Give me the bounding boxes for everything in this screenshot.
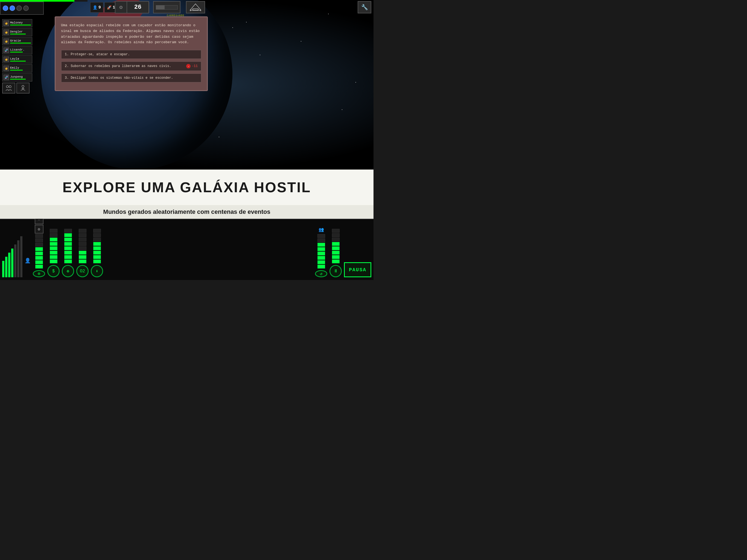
medbay-seg-5 [79,242,86,246]
crew-avatar-maloney: 🧑 [4,21,9,26]
right-seg-2 [317,260,325,264]
engines-seg-1 [50,259,57,263]
event-option-3[interactable]: 3. Desligar todos os sistemas não-vitais… [61,73,202,82]
medbay-seg-6 [79,238,86,241]
engines-system: $ [47,219,60,277]
event-description: Uma estação espacial rebelde com um caça… [61,23,202,45]
oxygen-seg-3 [93,251,101,255]
speed-line-3 [8,253,10,277]
crew-health-junpeng [10,79,26,80]
engines-button[interactable]: $ [47,265,60,277]
right-bar-stack-2 [332,229,340,263]
wrench-icon: 🔧 [361,4,368,11]
wrench-button[interactable]: 🔧 [358,1,371,14]
energy-fill [156,5,164,9]
weapons-seg-4 [64,246,72,250]
engines-seg-3 [50,251,57,255]
engines-seg-2 [50,255,57,259]
teleport-button[interactable]: ↺ [315,270,327,277]
energy-bar [156,5,178,9]
crew-action-individual[interactable] [17,82,29,94]
svg-point-6 [22,85,24,87]
star [260,55,260,55]
right-seg-1 [317,265,325,269]
crew-member-dengler[interactable]: 🧑 Dengler [2,28,32,36]
oxygen-seg-1 [93,259,101,263]
cost-value: -11 [192,64,198,68]
oxygen-button[interactable]: ⬇ [91,265,103,277]
engines-seg-5 [50,242,57,246]
crew-action-group[interactable] [2,82,15,94]
crew-avatar-layla: 🧑 [4,57,9,62]
crew-icon: 👤 [93,5,97,10]
star [232,27,233,28]
star [356,82,356,82]
right-seg-2-1 [332,259,340,263]
option-2-cost: ✦ -11 [186,64,198,68]
star [246,22,247,22]
crew-avatar-junpeng: 🧬 [4,75,9,80]
medbay-seg-4 [79,246,86,250]
hull-dot-1 [3,5,8,11]
medbay-button[interactable]: O2 [76,265,88,277]
crew-avatar-gracie: 🧑 [4,39,9,44]
right-seg-7 [317,238,325,242]
ship-icon [189,3,202,11]
shields-seg-5 [35,247,43,251]
right-seg-3 [317,256,325,260]
pause-circle-button[interactable]: ⏸ [330,265,342,277]
crew-health-maloney [10,25,31,25]
weapons-button[interactable]: ⊕ [62,265,74,277]
star [328,14,329,14]
oxygen-seg-7 [93,233,101,237]
event-option-1[interactable]: 1. Proteger-se, atacar e escapar. [61,50,202,59]
shields-bar-stack [35,234,43,269]
right-person-icon: 👥 [318,227,324,232]
shields-seg-6 [35,243,43,247]
event-dialog: Uma estação espacial rebelde com um caça… [55,17,208,91]
gear-icon-box: ⚙ [115,1,127,14]
engines-seg-8 [50,229,57,233]
speed-display: 26 [127,1,149,14]
crew-member-lisandr[interactable]: 🧬 Lisandr. [2,46,32,54]
oxygen-seg-2 [93,255,101,259]
option-1-text: 1. Proteger-se, atacar e escapar. [65,52,130,56]
crew-name-lisandr: Lisandr. [10,48,31,51]
weapons-seg-6 [64,238,72,241]
pause-button[interactable]: PAUSA [344,262,371,277]
shields-button[interactable]: ⊜ [33,270,45,277]
engines-bar-stack [50,229,57,263]
crew-member-junpeng[interactable]: 🧬 Junpeng [2,73,32,81]
right-seg-2-2 [332,255,340,259]
oxygen-system: ⬇ [91,219,103,277]
option-3-text: 3. Desligar todos os sistemas não-vitais… [65,76,173,80]
speed-line-1 [2,261,4,277]
right-system-2: ⏸ [330,228,342,277]
star [342,109,342,110]
weapons-seg-7 [64,233,72,237]
ship-display [186,1,205,14]
shields-seg-2 [35,260,43,264]
medbay-seg-2 [79,255,86,259]
gear-display: ⚙ 26 [115,1,149,14]
oxygen-seg-5 [93,242,101,246]
right-seg-5 [317,247,325,251]
crew-member-gracie[interactable]: 🧑 Gracie [2,37,32,45]
crew-member-maloney[interactable]: 🧑 Maloney [2,19,32,27]
crew-member-emily[interactable]: 🧑 Emily [2,64,32,73]
game-area: 👤 9 🚀 16 📡 4 252 98% O2 ⚙ 26 [0,0,374,170]
medbay-seg-1 [79,259,86,263]
medbay-system: O2 [76,219,88,277]
star [301,41,301,42]
crew-member-layla[interactable]: 🧑 Layla [2,55,32,63]
shields-system: ⬆ — ⚙ ⊜ [33,219,45,277]
weapons-seg-3 [64,251,72,255]
subtitle-bar: Mundos gerados aleatoriamente com centen… [0,205,374,219]
svg-point-5 [9,85,11,88]
weapons-system: ⊕ [62,219,74,277]
event-option-2[interactable]: 2. Subornar os rebeldes para liberarem a… [61,61,202,71]
right-seg-4 [317,252,325,255]
crew-person-indicator: 👤 [25,258,31,263]
shields-seg-4 [35,252,43,255]
speed-line-2 [5,257,7,277]
